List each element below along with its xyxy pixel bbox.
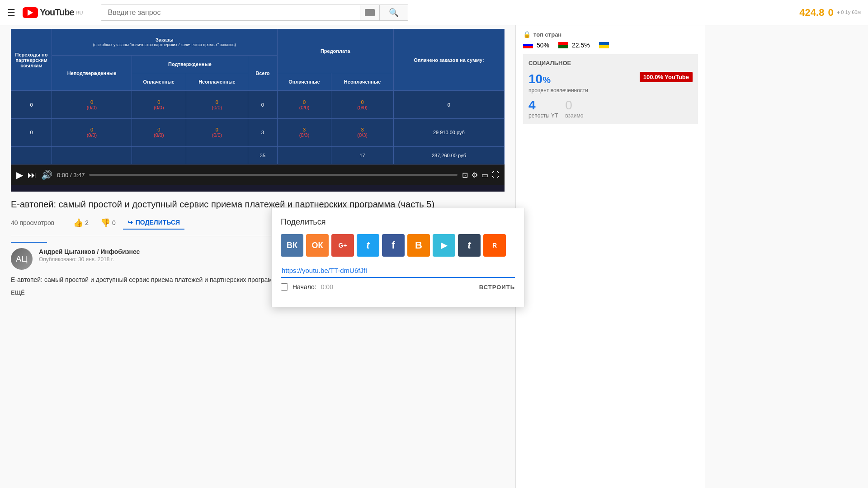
top-countries-section: 🔒 топ стран: [523, 31, 698, 38]
youtube-logo[interactable]: YouTube RU: [23, 7, 83, 18]
action-buttons: 👍 2 👎 0 ↪ ПОДЕЛИТЬСЯ: [69, 215, 184, 230]
search-bar: 🔍: [101, 5, 408, 21]
header: ☰ YouTube RU 🔍 424.8 0 ♦ 0 1у 60м: [0, 0, 868, 25]
start-label: Начало:: [292, 283, 316, 291]
keyboard-icon: [360, 5, 379, 20]
menu-button[interactable]: ☰: [7, 7, 15, 18]
avatar-placeholder: АЦ: [11, 248, 33, 270]
youtube-badge-block: 100.0% YouTube: [640, 72, 693, 82]
header-left: ☰ YouTube RU: [7, 7, 83, 18]
flag-belarus: [558, 42, 568, 48]
share-tumblr-button[interactable]: t: [458, 234, 481, 257]
embed-button[interactable]: ВСТРОИТЬ: [479, 284, 515, 291]
share-button[interactable]: ↪ ПОДЕЛИТЬСЯ: [123, 216, 184, 230]
next-button[interactable]: ⏭: [28, 170, 37, 180]
dislike-count: 0: [112, 219, 116, 226]
mutual-block: 0 взаимо: [565, 98, 583, 119]
view-count: 40 просмотров: [11, 219, 54, 226]
sidebar: 🔒 топ стран 50% 22.5% СОЦИАЛЬНОЕ 10% про…: [515, 25, 705, 488]
share-url-input[interactable]: [281, 264, 515, 277]
table-col-transit: Переходы по партнерским ссылкам: [11, 29, 52, 91]
time-display: 0:00 / 3:47: [57, 172, 85, 178]
table-header-orders: Заказы (в скобках указаны "количество па…: [52, 29, 278, 56]
lock-icon: 🔒: [523, 31, 531, 38]
reposts-block: 4 репосты YТ: [528, 98, 558, 119]
like-count: 2: [85, 219, 89, 226]
reposts-row: 4 репосты YТ 0 взаимо: [528, 98, 693, 119]
yt-logo-country: RU: [76, 10, 83, 15]
share-icons-row: ВК ОК G+ t f B ▶ t R: [281, 234, 515, 257]
volume-button[interactable]: 🔊: [41, 169, 52, 180]
table-col-confirmed: Подтвержденные: [132, 55, 248, 73]
header-score2: 0: [828, 7, 833, 19]
belarus-pct: 22.5%: [572, 42, 590, 49]
yt-logo-text: YouTube: [40, 7, 74, 18]
dislike-button[interactable]: 👎 0: [96, 215, 120, 230]
share-underline: [11, 242, 47, 243]
start-time: 0:00: [321, 283, 333, 291]
header-meta: ♦ 0 1у 60м: [837, 9, 861, 16]
settings-button[interactable]: ⚙: [472, 171, 478, 179]
share-gplus-button[interactable]: G+: [331, 234, 354, 257]
youtube-badge: 100.0% YouTube: [640, 72, 693, 82]
play-button[interactable]: ▶: [16, 169, 23, 180]
table-col-total: Всего: [248, 55, 277, 90]
video-controls: ▶ ⏭ 🔊 0:00 / 3:47 ⊡ ⚙ ▭ ⛶: [11, 164, 505, 185]
russia-pct: 50%: [537, 42, 549, 49]
video-table: Переходы по партнерским ссылкам Заказы (…: [11, 29, 505, 164]
share-popup: Поделиться ВК ОК G+ t f B ▶ t R Начало: …: [271, 208, 524, 307]
share-reddit-button[interactable]: R: [483, 234, 506, 257]
share-blogger-button[interactable]: B: [407, 234, 430, 257]
header-right: 424.8 0 ♦ 0 1у 60м: [799, 7, 861, 19]
flag-row: 50% 22.5%: [523, 42, 698, 49]
share-label: ПОДЕЛИТЬСЯ: [136, 219, 180, 226]
like-button[interactable]: 👍 2: [69, 215, 93, 230]
engagement-block: 10% процент вовлеченности: [528, 72, 588, 94]
header-score: 424.8: [799, 7, 824, 19]
repost-count: 4: [528, 98, 558, 113]
share-url-box: [281, 264, 515, 278]
repost-label: репосты YТ: [528, 113, 558, 119]
social-row: 10% процент вовлеченности 100.0% YouTube: [528, 72, 693, 94]
top-countries-label: топ стран: [533, 31, 561, 38]
channel-avatar[interactable]: АЦ: [11, 248, 33, 270]
engagement-pct: 10%: [528, 72, 588, 86]
search-button[interactable]: 🔍: [379, 5, 408, 20]
engagement-label: процент вовлеченности: [528, 87, 588, 94]
social-section: СОЦИАЛЬНОЕ 10% процент вовлеченности 100…: [523, 54, 698, 124]
share-arrow-button[interactable]: ▶: [433, 234, 455, 257]
start-row: Начало: 0:00 ВСТРОИТЬ: [281, 283, 515, 291]
search-input[interactable]: [101, 5, 360, 20]
flag-russia: [523, 42, 533, 48]
share-twitter-button[interactable]: t: [357, 234, 379, 257]
fullscreen-button[interactable]: ⛶: [492, 171, 499, 179]
table-col-unconfirmed: Неподтвержденные: [52, 55, 132, 90]
flag-ukraine: [599, 42, 609, 48]
social-title: СОЦИАЛЬНОЕ: [528, 60, 693, 66]
mutual-label: взаимо: [565, 113, 583, 119]
share-facebook-button[interactable]: f: [382, 234, 405, 257]
start-checkbox[interactable]: [281, 283, 288, 291]
yt-logo-icon: [23, 7, 38, 18]
share-arrow-icon: ↪: [127, 219, 133, 226]
like-icon: 👍: [73, 218, 83, 228]
table-col-total-sum: Оплачено заказов на сумму:: [393, 29, 504, 91]
table-col-prepay: Предоплата: [277, 29, 393, 73]
theater-button[interactable]: ▭: [481, 171, 488, 179]
share-popup-title: Поделиться: [281, 217, 515, 227]
progress-bar[interactable]: [89, 174, 458, 176]
share-vk-button[interactable]: ВК: [281, 234, 303, 257]
controls-right: ⊡ ⚙ ▭ ⛶: [462, 171, 499, 179]
video-player: Переходы по партнерским ссылкам Заказы (…: [11, 29, 505, 192]
dislike-icon: 👎: [100, 218, 110, 228]
share-ok-button[interactable]: ОК: [306, 234, 329, 257]
mutual-count: 0: [565, 98, 583, 113]
subtitles-button[interactable]: ⊡: [462, 171, 468, 179]
